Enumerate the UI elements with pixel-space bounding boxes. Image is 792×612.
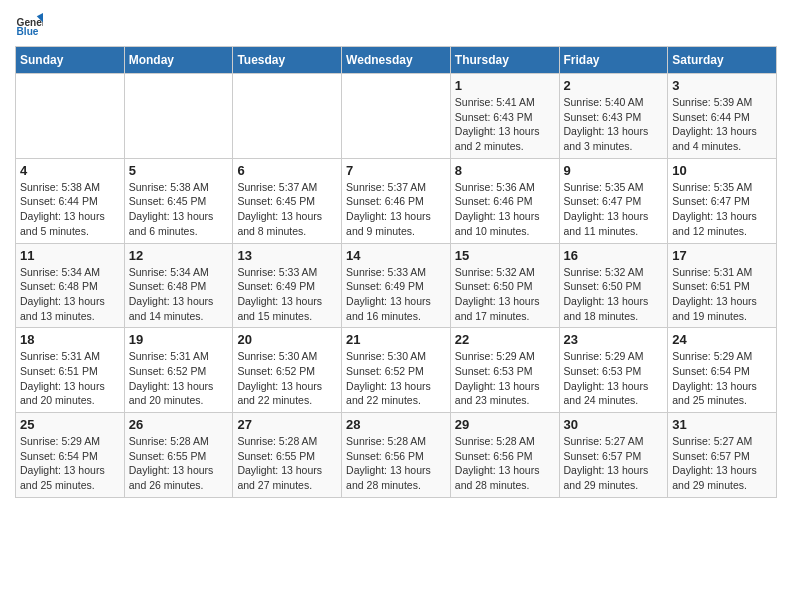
- calendar-cell: 16Sunrise: 5:32 AM Sunset: 6:50 PM Dayli…: [559, 243, 668, 328]
- day-number: 16: [564, 248, 664, 263]
- calendar-cell: 27Sunrise: 5:28 AM Sunset: 6:55 PM Dayli…: [233, 413, 342, 498]
- calendar-cell: 25Sunrise: 5:29 AM Sunset: 6:54 PM Dayli…: [16, 413, 125, 498]
- day-detail: Sunrise: 5:33 AM Sunset: 6:49 PM Dayligh…: [237, 265, 337, 324]
- calendar-table: SundayMondayTuesdayWednesdayThursdayFrid…: [15, 46, 777, 498]
- day-number: 24: [672, 332, 772, 347]
- day-detail: Sunrise: 5:33 AM Sunset: 6:49 PM Dayligh…: [346, 265, 446, 324]
- calendar-cell: [233, 74, 342, 159]
- calendar-cell: 14Sunrise: 5:33 AM Sunset: 6:49 PM Dayli…: [342, 243, 451, 328]
- calendar-cell: 13Sunrise: 5:33 AM Sunset: 6:49 PM Dayli…: [233, 243, 342, 328]
- calendar-cell: 24Sunrise: 5:29 AM Sunset: 6:54 PM Dayli…: [668, 328, 777, 413]
- day-detail: Sunrise: 5:36 AM Sunset: 6:46 PM Dayligh…: [455, 180, 555, 239]
- day-number: 25: [20, 417, 120, 432]
- calendar-cell: 15Sunrise: 5:32 AM Sunset: 6:50 PM Dayli…: [450, 243, 559, 328]
- weekday-header-wednesday: Wednesday: [342, 47, 451, 74]
- calendar-cell: [342, 74, 451, 159]
- day-detail: Sunrise: 5:27 AM Sunset: 6:57 PM Dayligh…: [672, 434, 772, 493]
- day-detail: Sunrise: 5:31 AM Sunset: 6:51 PM Dayligh…: [20, 349, 120, 408]
- day-number: 7: [346, 163, 446, 178]
- day-number: 10: [672, 163, 772, 178]
- day-detail: Sunrise: 5:37 AM Sunset: 6:45 PM Dayligh…: [237, 180, 337, 239]
- day-number: 13: [237, 248, 337, 263]
- day-number: 5: [129, 163, 229, 178]
- day-detail: Sunrise: 5:37 AM Sunset: 6:46 PM Dayligh…: [346, 180, 446, 239]
- calendar-cell: 8Sunrise: 5:36 AM Sunset: 6:46 PM Daylig…: [450, 158, 559, 243]
- day-detail: Sunrise: 5:30 AM Sunset: 6:52 PM Dayligh…: [237, 349, 337, 408]
- calendar-cell: 29Sunrise: 5:28 AM Sunset: 6:56 PM Dayli…: [450, 413, 559, 498]
- day-detail: Sunrise: 5:35 AM Sunset: 6:47 PM Dayligh…: [672, 180, 772, 239]
- calendar-cell: [124, 74, 233, 159]
- day-detail: Sunrise: 5:28 AM Sunset: 6:56 PM Dayligh…: [455, 434, 555, 493]
- logo-icon: General Blue: [15, 10, 43, 38]
- calendar-cell: 1Sunrise: 5:41 AM Sunset: 6:43 PM Daylig…: [450, 74, 559, 159]
- day-number: 12: [129, 248, 229, 263]
- calendar-cell: 22Sunrise: 5:29 AM Sunset: 6:53 PM Dayli…: [450, 328, 559, 413]
- day-detail: Sunrise: 5:27 AM Sunset: 6:57 PM Dayligh…: [564, 434, 664, 493]
- weekday-header-sunday: Sunday: [16, 47, 125, 74]
- day-number: 8: [455, 163, 555, 178]
- day-number: 21: [346, 332, 446, 347]
- weekday-header-saturday: Saturday: [668, 47, 777, 74]
- calendar-cell: 5Sunrise: 5:38 AM Sunset: 6:45 PM Daylig…: [124, 158, 233, 243]
- logo: General Blue: [15, 10, 43, 38]
- day-number: 27: [237, 417, 337, 432]
- svg-text:Blue: Blue: [17, 26, 39, 37]
- calendar-cell: 2Sunrise: 5:40 AM Sunset: 6:43 PM Daylig…: [559, 74, 668, 159]
- calendar-cell: 7Sunrise: 5:37 AM Sunset: 6:46 PM Daylig…: [342, 158, 451, 243]
- calendar-cell: 21Sunrise: 5:30 AM Sunset: 6:52 PM Dayli…: [342, 328, 451, 413]
- calendar-cell: [16, 74, 125, 159]
- day-number: 22: [455, 332, 555, 347]
- day-detail: Sunrise: 5:35 AM Sunset: 6:47 PM Dayligh…: [564, 180, 664, 239]
- day-number: 26: [129, 417, 229, 432]
- day-detail: Sunrise: 5:28 AM Sunset: 6:55 PM Dayligh…: [129, 434, 229, 493]
- calendar-cell: 28Sunrise: 5:28 AM Sunset: 6:56 PM Dayli…: [342, 413, 451, 498]
- calendar-cell: 4Sunrise: 5:38 AM Sunset: 6:44 PM Daylig…: [16, 158, 125, 243]
- day-detail: Sunrise: 5:31 AM Sunset: 6:51 PM Dayligh…: [672, 265, 772, 324]
- calendar-cell: 31Sunrise: 5:27 AM Sunset: 6:57 PM Dayli…: [668, 413, 777, 498]
- day-detail: Sunrise: 5:32 AM Sunset: 6:50 PM Dayligh…: [455, 265, 555, 324]
- day-number: 3: [672, 78, 772, 93]
- day-detail: Sunrise: 5:41 AM Sunset: 6:43 PM Dayligh…: [455, 95, 555, 154]
- calendar-cell: 17Sunrise: 5:31 AM Sunset: 6:51 PM Dayli…: [668, 243, 777, 328]
- day-detail: Sunrise: 5:31 AM Sunset: 6:52 PM Dayligh…: [129, 349, 229, 408]
- page-header: General Blue: [15, 10, 777, 38]
- day-number: 2: [564, 78, 664, 93]
- calendar-cell: 19Sunrise: 5:31 AM Sunset: 6:52 PM Dayli…: [124, 328, 233, 413]
- calendar-cell: 18Sunrise: 5:31 AM Sunset: 6:51 PM Dayli…: [16, 328, 125, 413]
- day-detail: Sunrise: 5:32 AM Sunset: 6:50 PM Dayligh…: [564, 265, 664, 324]
- calendar-cell: 11Sunrise: 5:34 AM Sunset: 6:48 PM Dayli…: [16, 243, 125, 328]
- day-detail: Sunrise: 5:29 AM Sunset: 6:54 PM Dayligh…: [672, 349, 772, 408]
- day-detail: Sunrise: 5:29 AM Sunset: 6:53 PM Dayligh…: [455, 349, 555, 408]
- day-detail: Sunrise: 5:39 AM Sunset: 6:44 PM Dayligh…: [672, 95, 772, 154]
- weekday-header-tuesday: Tuesday: [233, 47, 342, 74]
- day-number: 9: [564, 163, 664, 178]
- calendar-cell: 6Sunrise: 5:37 AM Sunset: 6:45 PM Daylig…: [233, 158, 342, 243]
- day-number: 23: [564, 332, 664, 347]
- day-number: 29: [455, 417, 555, 432]
- calendar-cell: 3Sunrise: 5:39 AM Sunset: 6:44 PM Daylig…: [668, 74, 777, 159]
- day-detail: Sunrise: 5:28 AM Sunset: 6:55 PM Dayligh…: [237, 434, 337, 493]
- day-number: 18: [20, 332, 120, 347]
- calendar-cell: 20Sunrise: 5:30 AM Sunset: 6:52 PM Dayli…: [233, 328, 342, 413]
- day-detail: Sunrise: 5:38 AM Sunset: 6:45 PM Dayligh…: [129, 180, 229, 239]
- day-detail: Sunrise: 5:38 AM Sunset: 6:44 PM Dayligh…: [20, 180, 120, 239]
- calendar-cell: 10Sunrise: 5:35 AM Sunset: 6:47 PM Dayli…: [668, 158, 777, 243]
- day-number: 30: [564, 417, 664, 432]
- day-number: 14: [346, 248, 446, 263]
- weekday-header-monday: Monday: [124, 47, 233, 74]
- day-detail: Sunrise: 5:34 AM Sunset: 6:48 PM Dayligh…: [20, 265, 120, 324]
- day-number: 4: [20, 163, 120, 178]
- day-number: 31: [672, 417, 772, 432]
- calendar-cell: 12Sunrise: 5:34 AM Sunset: 6:48 PM Dayli…: [124, 243, 233, 328]
- calendar-cell: 26Sunrise: 5:28 AM Sunset: 6:55 PM Dayli…: [124, 413, 233, 498]
- calendar-cell: 30Sunrise: 5:27 AM Sunset: 6:57 PM Dayli…: [559, 413, 668, 498]
- day-detail: Sunrise: 5:30 AM Sunset: 6:52 PM Dayligh…: [346, 349, 446, 408]
- day-number: 11: [20, 248, 120, 263]
- day-detail: Sunrise: 5:40 AM Sunset: 6:43 PM Dayligh…: [564, 95, 664, 154]
- weekday-header-thursday: Thursday: [450, 47, 559, 74]
- weekday-header-friday: Friday: [559, 47, 668, 74]
- calendar-cell: 23Sunrise: 5:29 AM Sunset: 6:53 PM Dayli…: [559, 328, 668, 413]
- day-number: 19: [129, 332, 229, 347]
- calendar-cell: 9Sunrise: 5:35 AM Sunset: 6:47 PM Daylig…: [559, 158, 668, 243]
- day-detail: Sunrise: 5:28 AM Sunset: 6:56 PM Dayligh…: [346, 434, 446, 493]
